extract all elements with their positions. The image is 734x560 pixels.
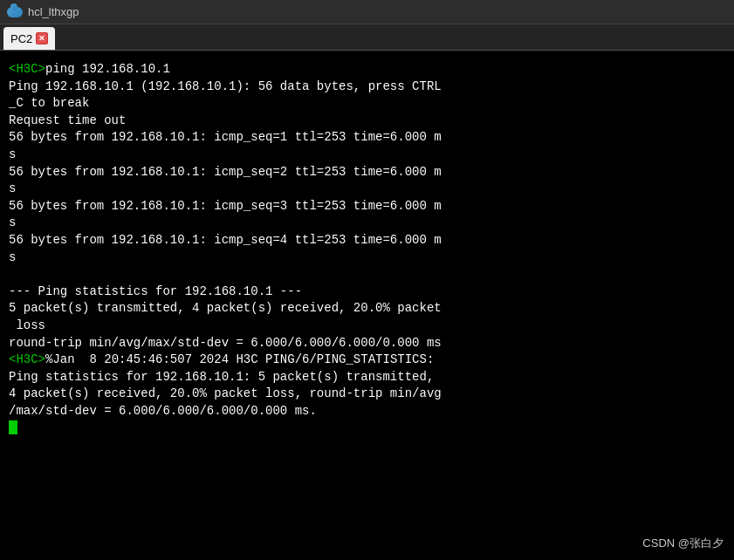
tab-pc2[interactable]: PC2 ✕ — [3, 27, 55, 50]
tab-label: PC2 — [10, 32, 32, 45]
tab-close-button[interactable]: ✕ — [36, 32, 48, 44]
app-title: hcl_lthxgp — [28, 5, 79, 18]
terminal-area[interactable]: <H3C>ping 192.168.10.1 Ping 192.168.10.1… — [0, 51, 734, 560]
title-bar: hcl_lthxgp — [0, 0, 734, 24]
terminal-output: <H3C>ping 192.168.10.1 Ping 192.168.10.1… — [9, 61, 725, 437]
cloud-icon — [7, 7, 23, 17]
tabs-bar: PC2 ✕ — [0, 24, 734, 51]
watermark: CSDN @张白夕 — [642, 536, 724, 551]
